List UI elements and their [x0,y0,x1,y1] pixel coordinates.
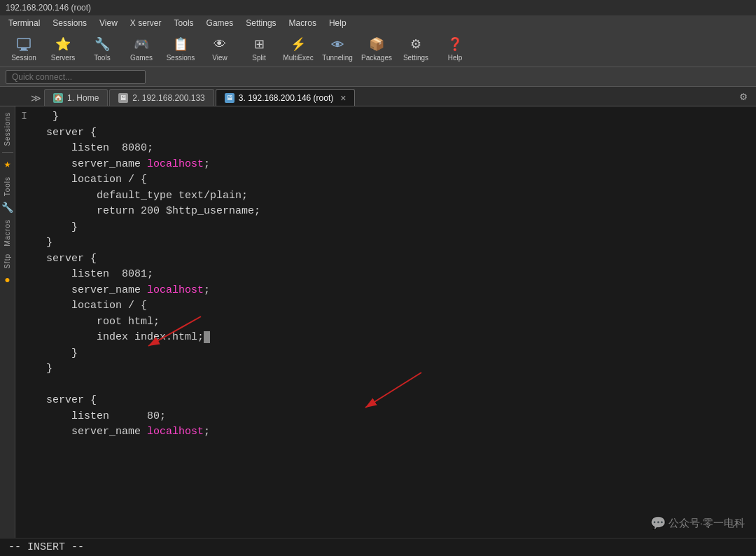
toolbar-split[interactable]: ⊞ Split [241,33,277,65]
monitor146-icon: 🖥 [225,93,234,103]
tabs-nav-left[interactable]: ≫ [28,91,44,106]
quick-connect-input[interactable] [6,70,146,84]
toolbar-session[interactable]: Session [6,33,42,65]
code-content: I } server { listen 8080; server_name lo… [21,109,750,440]
menu-xserver[interactable]: X server [125,17,167,29]
menu-bar: Terminal Sessions View X server Tools Ga… [0,15,756,31]
games-icon: 🎮 [133,36,150,53]
toolbar-games-label: Games [130,54,153,62]
menu-help[interactable]: Help [323,17,352,29]
tools-icon: 🔧 [94,36,111,53]
toolbar-session-label: Session [11,54,36,62]
menu-settings[interactable]: Settings [240,17,281,29]
tunneling-icon [329,36,346,53]
tab-home-label: 1. Home [67,93,99,103]
wechat-icon: 💬 [650,515,666,531]
toolbar-view-label: View [212,54,227,62]
title-bar: 192.168.200.146 (root) [0,0,756,15]
watermark: 💬 公众号·零一电科 [650,515,745,531]
toolbar-games[interactable]: 🎮 Games [123,33,160,65]
split-icon: ⊞ [251,36,267,53]
sidebar-star-icon: ★ [3,155,13,172]
svg-rect-1 [21,48,27,50]
main-area: Sessions ★ Tools 🔧 Macros Sftp ● I } ser… [0,106,756,556]
sidebar-sftp[interactable]: Sftp [4,251,11,272]
menu-tools[interactable]: Tools [169,17,200,29]
svg-rect-2 [20,50,28,51]
watermark-text: 公众号·零一电科 [668,517,745,530]
sidebar-sftp-icon: ● [3,273,11,287]
sidebar-sessions[interactable]: Sessions [4,109,11,149]
toolbar-help-label: Help [448,54,463,62]
toolbar: Session ⭐ Servers 🔧 Tools 🎮 Games 📋 Sess… [0,31,756,67]
toolbar-view[interactable]: 👁 View [202,33,238,65]
toolbar-multiexec-label: MultiExec [283,54,313,62]
toolbar-multiexec[interactable]: ⚡ MultiExec [280,33,316,65]
title-text: 192.168.200.146 (root) [6,3,91,13]
toolbar-help[interactable]: ❓ Help [437,33,473,65]
tab-server133[interactable]: 🖥 2. 192.168.200.133 [109,89,214,106]
sidebar: Sessions ★ Tools 🔧 Macros Sftp ● [0,106,15,556]
home-tab-icon: 🏠 [53,93,63,103]
toolbar-sessions[interactable]: 📋 Sessions [162,33,199,65]
address-bar [0,67,756,87]
menu-view[interactable]: View [94,17,123,29]
session-icon [15,36,32,53]
toolbar-split-label: Split [252,54,265,62]
sidebar-tools-icon: 🔧 [0,200,15,215]
sessions-icon: 📋 [172,36,189,53]
toolbar-servers-label: Servers [51,54,75,62]
tabs-bar: ≫ 🏠 1. Home 🖥 2. 192.168.200.133 🖥 3. 19… [0,87,756,106]
toolbar-settings[interactable]: ⚙ Settings [398,33,434,65]
menu-macros[interactable]: Macros [284,17,322,29]
tab-server146-label: 3. 192.168.200.146 (root) [239,93,333,103]
packages-icon: 📦 [368,36,385,53]
toolbar-tunneling-label: Tunneling [322,54,353,62]
sidebar-tools[interactable]: Tools [4,174,11,199]
svg-rect-0 [18,39,30,48]
tab-server146[interactable]: 🖥 3. 192.168.200.146 (root) × [216,89,356,106]
tab-home[interactable]: 🏠 1. Home [44,89,108,106]
menu-sessions[interactable]: Sessions [47,17,92,29]
terminal[interactable]: I } server { listen 8080; server_name lo… [15,106,756,556]
tab-server133-label: 2. 192.168.200.133 [132,93,204,103]
toolbar-packages-label: Packages [361,54,392,62]
toolbar-sessions-label: Sessions [167,54,195,62]
sidebar-macros[interactable]: Macros [4,216,11,249]
view-icon: 👁 [211,36,228,53]
tab-server146-close[interactable]: × [340,92,346,104]
multiexec-icon: ⚡ [290,36,307,53]
help-icon: ❓ [447,36,463,53]
svg-point-3 [336,43,340,46]
monitor133-icon: 🖥 [118,93,128,103]
toolbar-packages[interactable]: 📦 Packages [358,33,395,65]
insert-mode-indicator: -- INSERT -- [8,541,84,553]
toolbar-tools[interactable]: 🔧 Tools [84,33,120,65]
status-bar: -- INSERT -- [0,538,756,556]
menu-terminal[interactable]: Terminal [3,17,46,29]
menu-games[interactable]: Games [201,17,239,29]
toolbar-settings-label: Settings [403,54,428,62]
toolbar-servers[interactable]: ⭐ Servers [45,33,81,65]
settings-icon: ⚙ [407,36,424,53]
toolbar-tunneling[interactable]: Tunneling [319,33,356,65]
tabs-expand-button[interactable]: ⚙ [736,90,750,104]
servers-icon: ⭐ [55,36,71,53]
toolbar-tools-label: Tools [94,54,110,62]
